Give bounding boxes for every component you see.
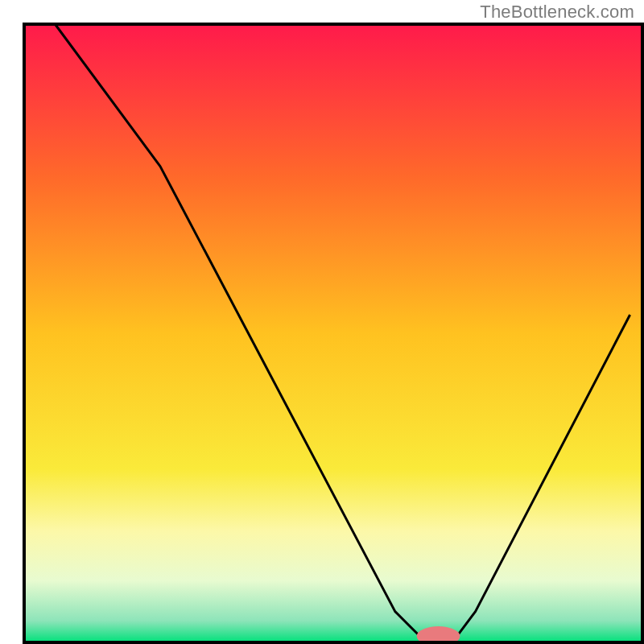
chart-stage: TheBottleneck.com	[0, 0, 644, 644]
gradient-background	[24, 24, 642, 642]
bottleneck-chart	[0, 0, 644, 644]
